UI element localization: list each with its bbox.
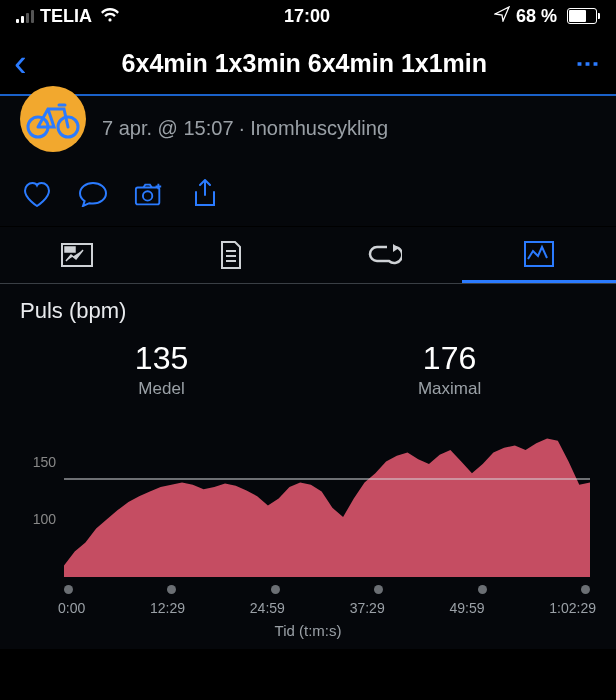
chart-title: Puls (bpm) (20, 298, 596, 324)
max-value: 176 (418, 340, 481, 377)
tab-charts[interactable] (462, 227, 616, 283)
max-block: 176 Maximal (418, 340, 481, 399)
page-title: 6x4min 1x3min 6x4min 1x1min (35, 49, 574, 78)
tab-notes[interactable] (154, 227, 308, 283)
x-tick: 0:00 (58, 600, 85, 616)
svg-point-3 (143, 191, 152, 200)
signal-icon (16, 9, 34, 23)
x-dot (581, 585, 590, 594)
x-tick: 49:59 (449, 600, 484, 616)
tab-bar (0, 227, 616, 284)
like-button[interactable] (22, 180, 52, 208)
location-icon (494, 6, 510, 27)
x-axis-dots (64, 585, 590, 594)
x-dot (167, 585, 176, 594)
bike-icon (24, 99, 82, 139)
nav-bar: ‹ 6x4min 1x3min 6x4min 1x1min ⋮ (0, 32, 616, 96)
avg-block: 135 Medel (135, 340, 188, 399)
hr-chart[interactable]: 100150 (64, 427, 590, 577)
action-bar (0, 166, 616, 227)
chart-panel: Puls (bpm) 135 Medel 176 Maximal 100150 … (0, 284, 616, 649)
svg-rect-2 (136, 187, 159, 204)
carrier-label: TELIA (40, 6, 92, 27)
camera-button[interactable] (134, 180, 164, 208)
avg-value: 135 (135, 340, 188, 377)
tab-stats[interactable] (0, 227, 154, 283)
x-dot (478, 585, 487, 594)
battery-percent: 68 % (516, 6, 557, 27)
activity-avatar[interactable] (20, 86, 86, 152)
status-left: TELIA (16, 6, 120, 27)
share-button[interactable] (190, 180, 220, 208)
comment-button[interactable] (78, 180, 108, 208)
x-dot (374, 585, 383, 594)
more-button[interactable]: ⋮ (574, 52, 602, 74)
x-tick: 37:29 (350, 600, 385, 616)
x-axis-labels: 0:0012:2924:5937:2949:591:02:29 (58, 600, 596, 616)
wifi-icon (100, 6, 120, 27)
battery-icon (563, 8, 600, 24)
max-label: Maximal (418, 379, 481, 399)
y-tick: 150 (20, 454, 56, 470)
x-tick: 12:29 (150, 600, 185, 616)
x-tick: 24:59 (250, 600, 285, 616)
tab-laps[interactable] (308, 227, 462, 283)
status-bar: TELIA 17:00 68 % (0, 0, 616, 32)
back-button[interactable]: ‹ (14, 44, 35, 82)
activity-header: 7 apr. @ 15:07 · Inomhuscykling (0, 96, 616, 166)
activity-meta: 7 apr. @ 15:07 · Inomhuscykling (102, 117, 388, 140)
x-dot (64, 585, 73, 594)
clock: 17:00 (284, 6, 330, 27)
y-tick: 100 (20, 511, 56, 527)
x-tick: 1:02:29 (549, 600, 596, 616)
x-axis-title: Tid (t:m:s) (20, 622, 596, 639)
chart-summary: 135 Medel 176 Maximal (20, 340, 596, 399)
x-dot (271, 585, 280, 594)
avg-label: Medel (135, 379, 188, 399)
status-right: 68 % (494, 6, 600, 27)
